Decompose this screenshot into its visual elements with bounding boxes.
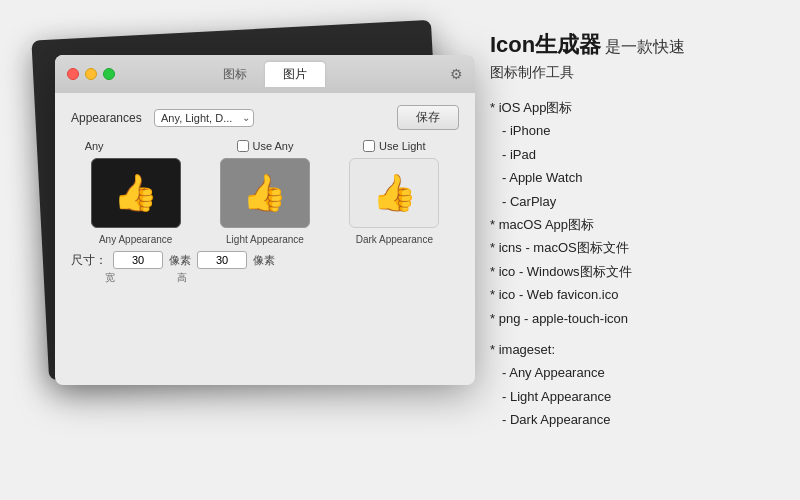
thumbs-up-light-icon: 👍 — [372, 172, 417, 214]
feature-item: * icns - macOS图标文件 — [490, 236, 780, 259]
tab-image[interactable]: 图片 — [265, 62, 325, 87]
traffic-lights — [67, 68, 115, 80]
feature-item: - CarPlay — [490, 190, 780, 213]
any-label: Any — [81, 140, 104, 152]
appearance-options: Any 👍 Any Appearance Use Any 👍 Ligh — [71, 140, 459, 245]
appearances-row: Appearances Any, Light, D... 保存 — [71, 105, 459, 130]
save-button[interactable]: 保存 — [397, 105, 459, 130]
dark-appearance-label: Dark Appearance — [356, 234, 433, 245]
use-any-checkbox-row: Use Any — [237, 140, 294, 152]
feature-item: * ico - Web favicon.ico — [490, 283, 780, 306]
light-appearance-col: Use Any 👍 Light Appearance — [210, 140, 320, 245]
feature-item: * ico - Windows图标文件 — [490, 260, 780, 283]
feature-item: - iPhone — [490, 119, 780, 142]
width-input[interactable] — [113, 251, 163, 269]
feature-item: * macOS App图标 — [490, 213, 780, 236]
feature-item: * png - apple-touch-icon — [490, 307, 780, 330]
appearances-select[interactable]: Any, Light, D... — [154, 109, 254, 127]
feature-item: * imageset: — [490, 338, 780, 361]
window-content: Appearances Any, Light, D... 保存 Any 👍 An… — [55, 93, 475, 297]
feature-item: * iOS App图标 — [490, 96, 780, 119]
width-sub-label: 宽 — [105, 271, 115, 285]
app-subtitle: 图标制作工具 — [490, 64, 780, 82]
size-label: 尺寸： — [71, 252, 107, 269]
use-light-checkbox[interactable] — [363, 140, 375, 152]
any-appearance-col: Any 👍 Any Appearance — [81, 140, 191, 245]
height-sub-label: 高 — [177, 271, 187, 285]
feature-item: - iPad — [490, 143, 780, 166]
dark-appearance-thumbnail: 👍 — [349, 158, 439, 228]
height-pixel-unit: 像素 — [253, 253, 275, 268]
use-any-checkbox[interactable] — [237, 140, 249, 152]
minimize-button[interactable] — [85, 68, 97, 80]
maximize-button[interactable] — [103, 68, 115, 80]
main-window: 图标 图片 ⚙ Appearances Any, Light, D... 保存 — [55, 55, 475, 385]
any-appearance-label: Any Appearance — [99, 234, 172, 245]
any-appearance-thumbnail: 👍 — [91, 158, 181, 228]
titlebar: 图标 图片 ⚙ — [55, 55, 475, 93]
feature-item: - Apple Watch — [490, 166, 780, 189]
appearances-label: Appearances — [71, 111, 146, 125]
light-appearance-thumbnail: 👍 — [220, 158, 310, 228]
use-light-checkbox-row: Use Light — [363, 140, 425, 152]
width-pixel-unit: 像素 — [169, 253, 191, 268]
use-any-label: Use Any — [253, 140, 294, 152]
height-input[interactable] — [197, 251, 247, 269]
features-list: * iOS App图标- iPhone- iPad- Apple Watch- … — [490, 96, 780, 431]
appearances-select-wrapper[interactable]: Any, Light, D... — [154, 109, 254, 127]
tab-icon[interactable]: 图标 — [205, 62, 265, 87]
use-light-label: Use Light — [379, 140, 425, 152]
settings-gear-icon[interactable]: ⚙ — [450, 66, 463, 82]
size-sub-labels: 宽 高 — [71, 271, 459, 285]
size-row: 尺寸： 像素 像素 — [71, 251, 459, 269]
light-appearance-label: Light Appearance — [226, 234, 304, 245]
close-button[interactable] — [67, 68, 79, 80]
feature-item: - Light Appearance — [490, 385, 780, 408]
right-panel: Icon生成器 是一款快速 图标制作工具 * iOS App图标- iPhone… — [480, 0, 800, 500]
app-title-light: 是一款快速 — [605, 37, 685, 58]
left-panel: 图标 图片 ⚙ 图标 图片 ⚙ Appearances — [0, 0, 480, 500]
app-title-bold: Icon生成器 — [490, 30, 601, 60]
thumbs-up-dark-icon: 👍 — [113, 172, 158, 214]
app-title-row: Icon生成器 是一款快速 — [490, 30, 780, 60]
feature-item: - Dark Appearance — [490, 408, 780, 431]
thumbs-up-mid-icon: 👍 — [242, 172, 287, 214]
feature-item: - Any Appearance — [490, 361, 780, 384]
features-spacer — [490, 330, 780, 338]
window-tabs: 图标 图片 — [205, 62, 325, 87]
dark-appearance-col: Use Light 👍 Dark Appearance — [339, 140, 449, 245]
